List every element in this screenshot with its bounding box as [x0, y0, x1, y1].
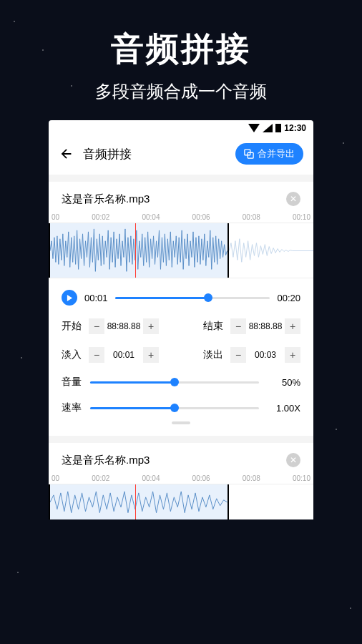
app-bar: 音频拼接 合并导出: [49, 136, 313, 175]
export-button[interactable]: 合并导出: [235, 143, 303, 165]
timeline-labels: 00 00:02 00:04 00:06 00:08 00:10: [49, 213, 313, 221]
status-time: 12:30: [284, 123, 306, 133]
fadeout-label: 淡出: [203, 348, 225, 361]
end-value: 88:88.88: [246, 321, 285, 331]
close-icon[interactable]: ✕: [286, 192, 300, 206]
track-card-2: 这是音乐名称.mp3 ✕ 00 00:02 00:04 00:06 00:08 …: [49, 443, 313, 519]
svg-rect-0: [275, 124, 281, 132]
fadeout-plus[interactable]: +: [285, 347, 300, 363]
end-stepper: − 88:88.88 +: [230, 318, 300, 334]
close-icon[interactable]: ✕: [286, 453, 300, 467]
track-card-1: 这是音乐名称.mp3 ✕ 00 00:02 00:04 00:06 00:08 …: [49, 182, 313, 436]
fadein-value: 00:01: [104, 350, 143, 360]
playhead[interactable]: [135, 484, 137, 519]
status-bar: 12:30: [49, 120, 313, 136]
play-button[interactable]: [62, 290, 77, 306]
waveform[interactable]: [49, 223, 313, 278]
back-icon[interactable]: [59, 146, 74, 162]
end-minus[interactable]: −: [230, 318, 246, 334]
start-value: 88:88.88: [104, 321, 143, 331]
battery-icon: [275, 124, 281, 132]
page-title: 音频拼接: [83, 146, 235, 162]
timeline-labels: 00 00:02 00:04 00:06 00:08 00:10: [49, 474, 313, 482]
fadeout-minus[interactable]: −: [230, 347, 246, 363]
fadein-plus[interactable]: +: [143, 347, 159, 363]
volume-value: 50%: [266, 377, 300, 388]
hero-subtitle: 多段音频合成一个音频: [0, 80, 362, 103]
fadein-minus[interactable]: −: [89, 347, 104, 363]
volume-label: 音量: [62, 376, 83, 389]
speed-value: 1.00X: [266, 403, 300, 414]
time-current: 00:01: [84, 293, 108, 303]
volume-slider[interactable]: [90, 381, 259, 384]
fadein-stepper: − 00:01 +: [89, 347, 159, 363]
signal-icon: [263, 124, 273, 132]
end-label: 结束: [203, 320, 225, 333]
hero-title: 音频拼接: [0, 0, 362, 72]
track-filename: 这是音乐名称.mp3: [62, 454, 286, 467]
start-minus[interactable]: −: [89, 318, 104, 334]
end-plus[interactable]: +: [285, 318, 300, 334]
start-stepper: − 88:88.88 +: [89, 318, 159, 334]
merge-icon: [244, 149, 254, 159]
phone-screen: 12:30 音频拼接 合并导出 这是音乐名称.mp3 ✕ 00 00:02 00…: [49, 120, 313, 519]
speed-label: 速率: [62, 401, 83, 414]
fadein-label: 淡入: [62, 348, 83, 361]
export-label: 合并导出: [258, 147, 295, 160]
waveform-selection[interactable]: [49, 223, 229, 278]
speed-slider[interactable]: [90, 407, 259, 409]
waveform[interactable]: [49, 484, 313, 519]
playhead[interactable]: [135, 223, 137, 278]
time-total: 00:20: [277, 293, 300, 303]
start-label: 开始: [62, 320, 83, 333]
drag-handle[interactable]: [172, 421, 190, 424]
wifi-icon: [248, 124, 260, 132]
fadeout-value: 00:03: [246, 350, 285, 360]
progress-slider[interactable]: [115, 297, 270, 299]
track-filename: 这是音乐名称.mp3: [62, 192, 286, 206]
play-icon: [67, 295, 73, 301]
fadeout-stepper: − 00:03 +: [230, 347, 300, 363]
start-plus[interactable]: +: [143, 318, 159, 334]
